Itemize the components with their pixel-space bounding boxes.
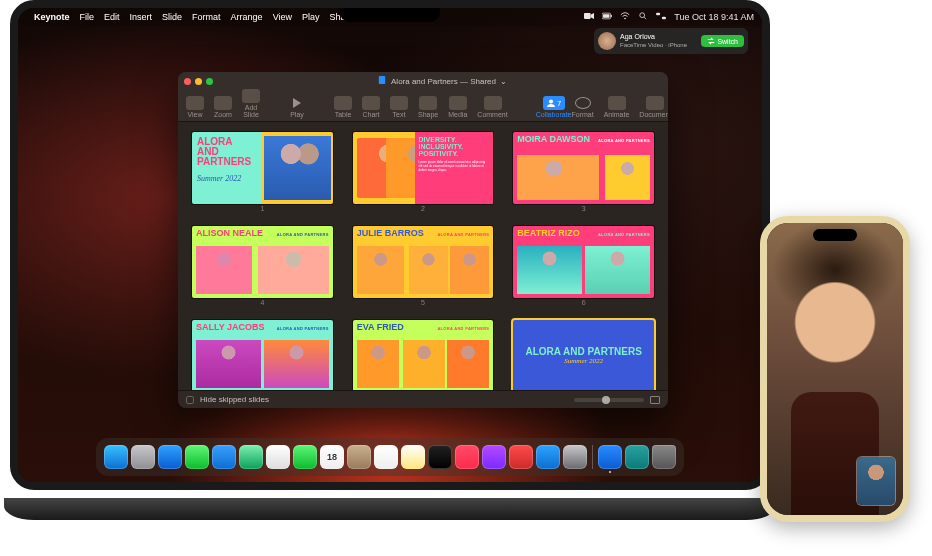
slide-subtitle: Summer 2022 <box>526 357 642 365</box>
tool-text[interactable]: Text <box>390 96 408 118</box>
menu-format[interactable]: Format <box>192 12 221 22</box>
tool-table[interactable]: Table <box>334 96 352 118</box>
dock-app-music[interactable] <box>455 445 479 469</box>
menu-edit[interactable]: Edit <box>104 12 120 22</box>
control-center-icon[interactable] <box>656 12 666 22</box>
svg-rect-7 <box>656 13 660 16</box>
slide-tag: ALORA AND PARTNERS <box>277 232 329 237</box>
close-window-button[interactable] <box>184 78 191 85</box>
slide-thumb-1[interactable]: ALORA AND PARTNERS Summer 2022 1 <box>192 132 333 212</box>
slide-thumb-3[interactable]: MOIRA DAWSON ALORA AND PARTNERS 3 <box>513 132 654 212</box>
window-title: Alora and Partners — Shared ⌄ <box>223 76 662 86</box>
slide-thumb-6[interactable]: BEATRIZ RIZO ALORA AND PARTNERS 6 <box>513 226 654 306</box>
keynote-window[interactable]: Alora and Partners — Shared ⌄ View Zoom … <box>178 72 668 408</box>
tool-shape[interactable]: Shape <box>418 96 438 118</box>
svg-rect-8 <box>662 17 666 20</box>
dock-app-finder[interactable] <box>104 445 128 469</box>
tool-chart[interactable]: Chart <box>362 96 380 118</box>
slide-thumb-9[interactable]: ALORA AND PARTNERS Summer 2022 9 <box>513 320 654 390</box>
slide-title: JULIE BARROS <box>357 229 424 238</box>
dock-app-podcasts[interactable] <box>482 445 506 469</box>
slide-number: 5 <box>353 299 494 306</box>
dock-app-contacts[interactable] <box>347 445 371 469</box>
dock-app-messages[interactable] <box>185 445 209 469</box>
menu-play[interactable]: Play <box>302 12 320 22</box>
slide-thumb-5[interactable]: JULIE BARROS ALORA AND PARTNERS 5 <box>353 226 494 306</box>
dock-app-settings[interactable] <box>563 445 587 469</box>
tool-comment[interactable]: Comment <box>477 96 507 118</box>
dock-app-notes[interactable] <box>401 445 425 469</box>
svg-line-6 <box>644 17 646 19</box>
window-titlebar[interactable]: Alora and Partners — Shared ⌄ <box>178 72 668 90</box>
zoom-window-button[interactable] <box>206 78 213 85</box>
fit-button[interactable] <box>650 396 660 404</box>
tool-zoom[interactable]: Zoom <box>214 96 232 118</box>
light-table-grid[interactable]: ALORA AND PARTNERS Summer 2022 1 DIVERSI… <box>178 122 668 390</box>
tool-add-slide[interactable]: Add Slide <box>242 89 260 118</box>
dock-app-safari[interactable] <box>158 445 182 469</box>
facetime-self-view[interactable] <box>857 457 895 505</box>
chevron-down-icon[interactable]: ⌄ <box>500 77 507 86</box>
menu-insert[interactable]: Insert <box>130 12 153 22</box>
slide-title: ALORA AND PARTNERS <box>197 137 251 167</box>
dock-app-photos[interactable] <box>266 445 290 469</box>
iphone <box>760 216 910 522</box>
wifi-icon[interactable] <box>620 12 630 22</box>
dock: 18 <box>96 438 684 476</box>
hide-skipped-checkbox[interactable] <box>186 396 194 404</box>
slide-thumb-2[interactable]: DIVERSITY. INCLUSIVITY. POSITIVITY. Lore… <box>353 132 494 212</box>
app-menu[interactable]: Keynote <box>34 12 70 22</box>
switch-button[interactable]: Switch <box>701 35 744 47</box>
dock-app-mail[interactable] <box>212 445 236 469</box>
slide-thumb-4[interactable]: ALISON NEALE ALORA AND PARTNERS 4 <box>192 226 333 306</box>
tool-play[interactable]: Play <box>288 96 306 118</box>
clock[interactable]: Tue Oct 18 9:41 AM <box>674 12 754 22</box>
dock-app-downloads[interactable] <box>625 445 649 469</box>
hide-skipped-label: Hide skipped slides <box>200 395 269 404</box>
battery-icon[interactable] <box>602 12 612 22</box>
dock-app-keynote[interactable] <box>598 445 622 469</box>
slide-tag: ALORA AND PARTNERS <box>277 326 329 331</box>
dock-app-trash[interactable] <box>652 445 676 469</box>
tool-view[interactable]: View <box>186 96 204 118</box>
tool-media[interactable]: Media <box>448 96 467 118</box>
dock-app-reminders[interactable] <box>374 445 398 469</box>
slide-subtitle: Summer 2022 <box>197 174 241 183</box>
svg-rect-2 <box>603 14 609 18</box>
tool-document[interactable]: Document <box>639 96 668 118</box>
menu-file[interactable]: File <box>80 12 95 22</box>
dock-app-facetime[interactable] <box>293 445 317 469</box>
dock-app-tv[interactable] <box>428 445 452 469</box>
dock-app-launchpad[interactable] <box>131 445 155 469</box>
notch <box>340 8 440 22</box>
spotlight-icon[interactable] <box>638 12 648 22</box>
menu-slide[interactable]: Slide <box>162 12 182 22</box>
slide-thumb-8[interactable]: EVA FRIED ALORA AND PARTNERS 8 <box>353 320 494 390</box>
dock-app-news[interactable] <box>509 445 533 469</box>
facetime-status-icon[interactable] <box>584 12 594 22</box>
svg-point-4 <box>624 18 626 20</box>
zoom-slider[interactable] <box>574 398 644 402</box>
slide-title: EVA FRIED <box>357 323 404 332</box>
mac-screen: Keynote File Edit Insert Slide Format Ar… <box>10 0 770 490</box>
dock-app-appstore[interactable] <box>536 445 560 469</box>
facetime-handoff-banner[interactable]: Aga Orlova FaceTime Video · iPhone Switc… <box>594 28 748 54</box>
keynote-footer: Hide skipped slides <box>178 390 668 408</box>
slide-thumb-7[interactable]: SALLY JACOBS ALORA AND PARTNERS 7 <box>192 320 333 390</box>
menu-view[interactable]: View <box>273 12 292 22</box>
dock-app-calendar[interactable]: 18 <box>320 445 344 469</box>
slide-title: BEATRIZ RIZO <box>517 229 579 238</box>
slide-number: 4 <box>192 299 333 306</box>
tool-animate[interactable]: Animate <box>604 96 630 118</box>
dock-app-maps[interactable] <box>239 445 263 469</box>
menu-arrange[interactable]: Arrange <box>231 12 263 22</box>
window-title-text: Alora and Partners — Shared <box>391 77 496 86</box>
slide-tag: ALORA AND PARTNERS <box>437 326 489 331</box>
minimize-window-button[interactable] <box>195 78 202 85</box>
caller-info: Aga Orlova FaceTime Video · iPhone <box>620 32 697 50</box>
slide-title: ALORA AND PARTNERS <box>526 347 642 357</box>
tool-format[interactable]: Format <box>571 96 593 118</box>
slide-title: DIVERSITY. INCLUSIVITY. POSITIVITY. <box>419 136 490 157</box>
tool-collaborate[interactable]: 7 Collaborate <box>536 96 572 118</box>
slide-title: MOIRA DAWSON <box>517 135 590 144</box>
